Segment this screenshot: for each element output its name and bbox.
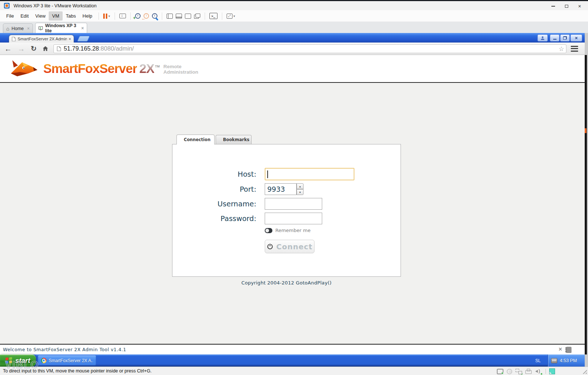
forward-button[interactable]: → (15, 45, 28, 52)
url-text[interactable]: 51.79.165.28:8080/admin/ (64, 45, 134, 52)
right-black-strip (585, 55, 587, 354)
tab-close-icon[interactable]: × (27, 26, 30, 31)
connect-button[interactable]: Connect (265, 240, 315, 253)
trademark: TM (155, 65, 160, 68)
menu-vm[interactable]: VM (49, 11, 63, 21)
port-spinner: ▲ ▼ (297, 183, 304, 195)
manage-snapshots-button[interactable] (150, 12, 159, 20)
browser-tab-close-icon[interactable]: × (69, 37, 71, 41)
power-icon (267, 243, 273, 250)
smartfoxserver-logo: SmartFoxServer 2X TM Remote Administrati… (10, 59, 198, 78)
minimize-button[interactable] (548, 3, 559, 10)
tab-home[interactable]: ⌂ Home × (3, 23, 33, 33)
tab-home-label: Home (11, 26, 23, 31)
take-snapshot-button[interactable] (134, 12, 142, 20)
vmware-titlebar: Windows XP 3 lite - VMware Workstation × (0, 1, 588, 10)
password-input[interactable] (265, 213, 322, 224)
browser-close-button[interactable]: × (570, 34, 582, 41)
show-library-button[interactable] (165, 12, 174, 20)
tab-bookmarks[interactable]: Bookmarks (216, 135, 252, 144)
sound-icon[interactable] (535, 369, 542, 374)
log-journal-icon[interactable] (566, 347, 572, 353)
chevron-down-icon[interactable]: ▾ (234, 14, 235, 18)
vmware-tools-tray-icon[interactable]: vm (551, 358, 557, 363)
printer-icon[interactable] (525, 369, 532, 374)
close-button[interactable]: × (574, 3, 585, 10)
maximize-button[interactable] (561, 3, 572, 10)
chevron-down-icon[interactable]: ▾ (108, 14, 110, 18)
network-adapter-icon[interactable] (516, 369, 522, 374)
tab-bookmarks-label: Bookmarks (223, 137, 249, 142)
fit-guest-button[interactable]: ⤢ ▾ (225, 12, 237, 20)
username-input[interactable] (265, 198, 322, 210)
port-input[interactable] (265, 183, 297, 195)
remember-me-toggle[interactable] (265, 228, 272, 233)
xp-taskbar: start SmartFoxServer 2X A... SL vm 4:53 … (0, 354, 585, 367)
app-statusbar: Welcome to SmartFoxServer 2X Admin Tool … (0, 344, 585, 354)
window-title: Windows XP 3 lite - VMware Workstation (14, 3, 97, 8)
toolbar-separator (130, 12, 131, 20)
tab-close-icon[interactable]: × (81, 26, 84, 31)
new-tab-button[interactable] (77, 36, 90, 41)
copyright-text: Copyright 2004-2012 GotoAndPlay() (172, 280, 401, 286)
message-log-icon[interactable] (549, 368, 555, 374)
resize-grip[interactable] (581, 368, 587, 374)
tab-vm-label: Windows XP 3 lite (45, 23, 79, 33)
tab-windows-xp[interactable]: Windows XP 3 lite × (35, 23, 87, 33)
refresh-button[interactable]: ↻ (28, 45, 40, 52)
windows-flag-icon (5, 357, 12, 364)
browser-toolbar: ← → ↻ 51.79.165.28:8080/admin/ ☆ (0, 43, 585, 55)
monitor-arrow-icon (119, 14, 126, 18)
fullscreen-button[interactable] (183, 12, 193, 20)
browser-tab-title: SmartFoxServer 2X Administr (18, 37, 67, 41)
cd-rom-icon[interactable] (507, 369, 512, 374)
bookmark-star-icon[interactable]: ☆ (559, 45, 564, 53)
menu-file[interactable]: File (3, 11, 17, 21)
unity-mode-button[interactable] (193, 12, 202, 20)
browser-home-button[interactable] (40, 46, 51, 51)
home-icon (42, 46, 48, 51)
menu-view[interactable]: View (32, 11, 49, 21)
address-bar[interactable]: 51.79.165.28:8080/admin/ ☆ (53, 44, 566, 53)
vmware-menubar: File Edit View VM Tabs Help ▾ >_ ⤢ ▾ (0, 10, 588, 22)
url-path: :8080/admin/ (99, 45, 134, 52)
vmware-logo-icon (4, 3, 10, 9)
vmware-statusbar: To direct input to this VM, move the mou… (0, 367, 588, 375)
menu-help[interactable]: Help (79, 11, 96, 21)
spinner-up-button[interactable]: ▲ (297, 183, 304, 189)
browser-minimize-button[interactable] (550, 34, 559, 41)
pause-icon (103, 14, 107, 19)
revert-snapshot-button[interactable] (142, 12, 150, 20)
fullscreen-icon (185, 14, 191, 19)
console-view-button[interactable]: >_ (208, 12, 219, 20)
spinner-down-button[interactable]: ▼ (297, 189, 304, 195)
browser-menu-button[interactable] (571, 46, 578, 52)
person-icon (540, 36, 545, 40)
password-label: Password: (170, 213, 256, 224)
connect-button-label: Connect (276, 242, 313, 251)
browser-restore-button[interactable] (560, 34, 570, 41)
menu-edit[interactable]: Edit (17, 11, 32, 21)
browser-tab[interactable]: SmartFoxServer 2X Administr × (9, 35, 74, 43)
hard-disk-icon[interactable] (497, 369, 503, 374)
tab-connection[interactable]: Connection (176, 135, 215, 144)
clock[interactable]: 4:53 PM (560, 358, 577, 363)
start-button[interactable]: start (0, 354, 36, 367)
menu-tabs[interactable]: Tabs (63, 11, 79, 21)
url-host: 51.79.165.28 (64, 45, 99, 52)
language-indicator[interactable]: SL (535, 354, 541, 367)
back-button[interactable]: ← (1, 45, 15, 52)
right-strip-artifact (585, 128, 587, 133)
vmware-workstation-window: Windows XP 3 lite - VMware Workstation ×… (0, 0, 588, 375)
profile-button[interactable] (537, 34, 548, 41)
host-input[interactable] (265, 168, 354, 180)
show-thumbnail-bar-button[interactable] (174, 12, 183, 20)
power-pause-button[interactable]: ▾ (102, 12, 112, 20)
send-ctrl-alt-del-button[interactable] (118, 12, 127, 19)
chrome-icon (41, 358, 46, 363)
taskbar-item-browser[interactable]: SmartFoxServer 2X A... (38, 356, 96, 365)
statusbar-separator (546, 369, 546, 374)
status-dismiss-icon[interactable]: × (559, 346, 562, 353)
unity-windows-icon (194, 14, 200, 19)
bottom-panel-icon (176, 14, 182, 19)
